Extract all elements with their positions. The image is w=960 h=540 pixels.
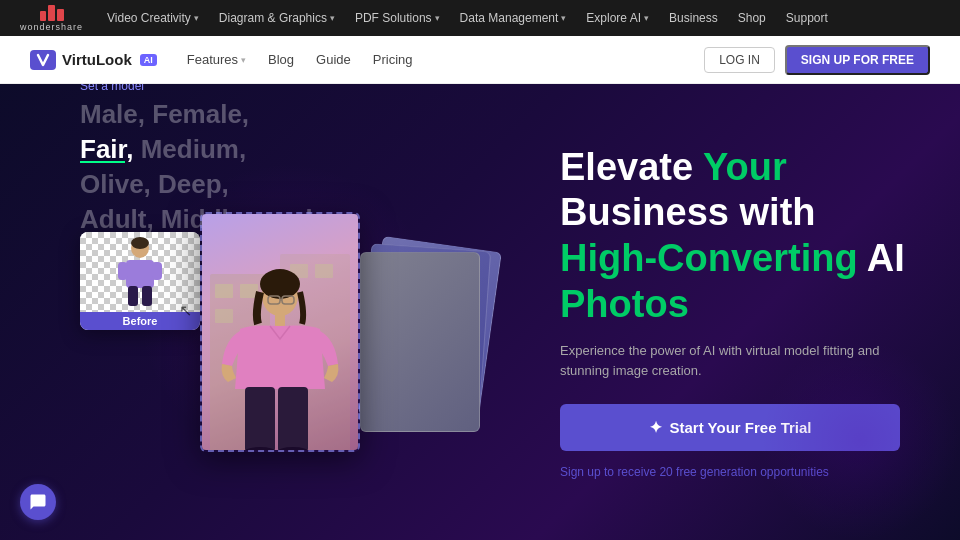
stacked-photo-3 bbox=[360, 252, 480, 432]
hero-title-elevate: Elevate bbox=[560, 146, 703, 188]
hero-title-business: Business with bbox=[560, 191, 816, 233]
model-option-olive-deep: Olive, Deep, bbox=[80, 169, 229, 199]
top-nav-business[interactable]: Business bbox=[669, 11, 718, 25]
sparkle-icon: ✦ bbox=[649, 418, 662, 437]
svg-rect-11 bbox=[215, 309, 233, 323]
svg-rect-6 bbox=[142, 286, 152, 306]
svg-rect-3 bbox=[118, 262, 128, 280]
chevron-down-icon: ▾ bbox=[561, 13, 566, 23]
hero-title: Elevate Your Business with High-Converti… bbox=[560, 145, 910, 327]
ai-badge: AI bbox=[140, 54, 157, 66]
chevron-down-icon: ▾ bbox=[435, 13, 440, 23]
top-nav-pdf-solutions[interactable]: PDF Solutions ▾ bbox=[355, 11, 440, 25]
model-option-fair[interactable]: Fair, bbox=[80, 134, 133, 164]
svg-rect-9 bbox=[215, 284, 233, 298]
svg-point-15 bbox=[260, 269, 300, 299]
set-model-label: Set a model bbox=[80, 84, 440, 93]
hero-right: Elevate Your Business with High-Converti… bbox=[500, 145, 910, 479]
chevron-down-icon: ▾ bbox=[194, 13, 199, 23]
svg-rect-20 bbox=[245, 387, 275, 452]
nav-guide[interactable]: Guide bbox=[316, 52, 351, 67]
hero-section: ↖ Before bbox=[0, 84, 960, 540]
signup-link[interactable]: Sign up to receive 20 free generation op… bbox=[560, 465, 910, 479]
svg-rect-21 bbox=[278, 387, 308, 452]
chevron-down-icon: ▾ bbox=[644, 13, 649, 23]
nav-actions: LOG IN SIGN UP FOR FREE bbox=[704, 45, 930, 75]
before-card-image: ↖ bbox=[80, 232, 200, 312]
main-photo-content bbox=[202, 214, 358, 450]
svg-rect-13 bbox=[315, 264, 333, 278]
model-option-medium: Medium, bbox=[133, 134, 246, 164]
nav-features[interactable]: Features ▾ bbox=[187, 52, 246, 67]
top-nav-support[interactable]: Support bbox=[786, 11, 828, 25]
chevron-down-icon: ▾ bbox=[241, 55, 246, 65]
chevron-down-icon: ▾ bbox=[330, 13, 335, 23]
main-person-svg bbox=[210, 234, 350, 452]
trial-button-label: Start Your Free Trial bbox=[670, 419, 812, 436]
nav-blog[interactable]: Blog bbox=[268, 52, 294, 67]
stacked-photos bbox=[360, 242, 490, 442]
hero-title-your: Your bbox=[703, 146, 787, 188]
cursor-icon: ↖ bbox=[179, 301, 192, 320]
top-nav-diagram-graphics[interactable]: Diagram & Graphics ▾ bbox=[219, 11, 335, 25]
before-person-svg bbox=[116, 236, 164, 308]
second-nav-items: Features ▾ Blog Guide Pricing bbox=[187, 52, 704, 67]
nav-pricing[interactable]: Pricing bbox=[373, 52, 413, 67]
chat-bubble-button[interactable] bbox=[20, 484, 56, 520]
hero-title-high-converting: High-Converting AI bbox=[560, 237, 905, 279]
top-nav-explore-ai[interactable]: Explore AI ▾ bbox=[586, 11, 649, 25]
second-navbar: VirtuLook AI Features ▾ Blog Guide Prici… bbox=[0, 36, 960, 84]
main-photo bbox=[200, 212, 360, 452]
wondershare-logo-text: wondershare bbox=[20, 22, 83, 32]
svg-rect-2 bbox=[126, 260, 154, 288]
login-button[interactable]: LOG IN bbox=[704, 47, 775, 73]
virtulook-logo-icon bbox=[30, 50, 56, 70]
brand-name: VirtuLook bbox=[62, 51, 132, 68]
wondershare-logo[interactable]: wondershare bbox=[20, 5, 83, 32]
hero-title-photos: Photos bbox=[560, 283, 689, 325]
before-card: ↖ Before bbox=[80, 232, 200, 330]
signup-button[interactable]: SIGN UP FOR FREE bbox=[785, 45, 930, 75]
svg-rect-4 bbox=[152, 262, 162, 280]
chat-icon bbox=[29, 493, 47, 511]
top-nav-video-creativity[interactable]: Video Creativity ▾ bbox=[107, 11, 199, 25]
model-option-male-female: Male, Female, bbox=[80, 99, 249, 129]
start-trial-button[interactable]: ✦ Start Your Free Trial bbox=[560, 404, 900, 451]
svg-rect-5 bbox=[128, 286, 138, 306]
top-nav-shop[interactable]: Shop bbox=[738, 11, 766, 25]
top-nav-data-management[interactable]: Data Management ▾ bbox=[460, 11, 567, 25]
brand-logo[interactable]: VirtuLook AI bbox=[30, 50, 157, 70]
top-navbar: wondershare Video Creativity ▾ Diagram &… bbox=[0, 0, 960, 36]
hero-subtitle: Experience the power of AI with virtual … bbox=[560, 341, 900, 380]
svg-point-1 bbox=[131, 237, 149, 249]
top-nav-items: Video Creativity ▾ Diagram & Graphics ▾ … bbox=[107, 11, 828, 25]
